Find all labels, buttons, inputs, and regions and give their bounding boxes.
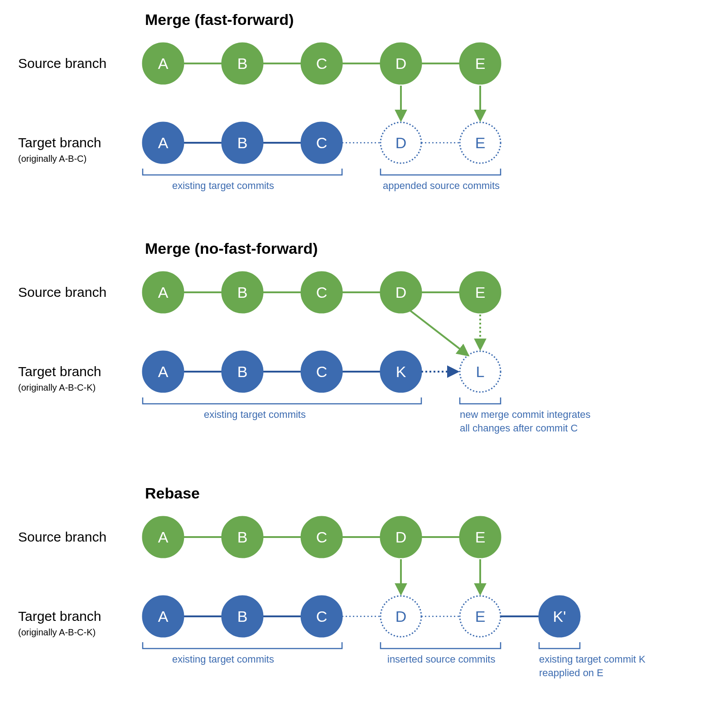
s2-tgt-K-label: K	[396, 363, 406, 380]
s3-tgt-d-E-label: E	[475, 608, 486, 625]
s3-tgt-A-label: A	[158, 608, 169, 625]
caption-2-right1: new merge commit integrates	[460, 409, 591, 420]
s2-src-D-label: D	[395, 284, 407, 301]
label-source-2: Source branch	[18, 285, 106, 300]
arrow	[410, 310, 468, 355]
caption-3-right2: reapplied on E	[539, 667, 603, 678]
s2-src-A-label: A	[158, 284, 169, 301]
s1-tgt-A-label: A	[158, 134, 169, 151]
label-target-2: Target branch	[18, 364, 101, 379]
s3-tgt-d-D-label: D	[395, 608, 407, 625]
label-target-1: Target branch	[18, 135, 101, 150]
s3-src-A-label: A	[158, 528, 169, 546]
caption-2-right2: all changes after commit C	[460, 422, 578, 434]
label-target-sub-3: (originally A-B-C-K)	[18, 627, 96, 637]
s3-tgt-Kp-label: K'	[553, 608, 566, 625]
s1-tgt-C-label: C	[316, 134, 328, 151]
label-target-3: Target branch	[18, 609, 101, 624]
s1-src-E-label: E	[475, 55, 486, 72]
s3-src-B-label: B	[237, 528, 248, 546]
s2-tgt-A-label: A	[158, 363, 169, 380]
s3-tgt-B-label: B	[237, 608, 248, 625]
s3-src-D-label: D	[395, 528, 407, 546]
s1-src-A-label: A	[158, 55, 169, 72]
caption-2-left: existing target commits	[204, 409, 306, 420]
brace-1-left	[143, 169, 342, 175]
caption-1-left: existing target commits	[172, 180, 274, 191]
brace-3-left	[143, 642, 342, 649]
brace-2-left	[143, 397, 421, 404]
caption-3-mid: inserted source commits	[387, 654, 495, 665]
s2-tgt-B-label: B	[237, 363, 248, 380]
s2-tgt-L-label: L	[476, 363, 485, 380]
brace-1-right	[381, 169, 501, 175]
s3-src-C-label: C	[316, 528, 328, 546]
s3-src-E-label: E	[475, 528, 486, 546]
s3-tgt-C-label: C	[316, 608, 328, 625]
title-merge-noff: Merge (no-fast-forward)	[145, 240, 318, 257]
s2-src-E-label: E	[475, 284, 486, 301]
s2-src-C-label: C	[316, 284, 328, 301]
s1-src-B-label: B	[237, 55, 248, 72]
caption-3-right1: existing target commit K	[539, 654, 646, 665]
s1-src-C-label: C	[316, 55, 328, 72]
brace-2-right	[460, 397, 501, 404]
label-target-sub-2: (originally A-B-C-K)	[18, 383, 96, 392]
s1-tgt-d-E-label: E	[475, 134, 486, 151]
title-rebase: Rebase	[145, 484, 200, 502]
s1-tgt-B-label: B	[237, 134, 248, 151]
label-source-3: Source branch	[18, 529, 106, 544]
caption-1-right: appended source commits	[383, 180, 500, 191]
s2-tgt-C-label: C	[316, 363, 328, 380]
title-merge-ff: Merge (fast-forward)	[145, 11, 294, 28]
caption-3-left: existing target commits	[172, 654, 274, 665]
label-source-1: Source branch	[18, 56, 106, 71]
s1-tgt-d-D-label: D	[395, 134, 407, 151]
brace-3-right	[539, 642, 580, 649]
s1-src-D-label: D	[395, 55, 407, 72]
brace-3-mid	[381, 642, 501, 649]
label-target-sub-1: (originally A-B-C)	[18, 154, 87, 164]
s2-src-B-label: B	[237, 284, 248, 301]
